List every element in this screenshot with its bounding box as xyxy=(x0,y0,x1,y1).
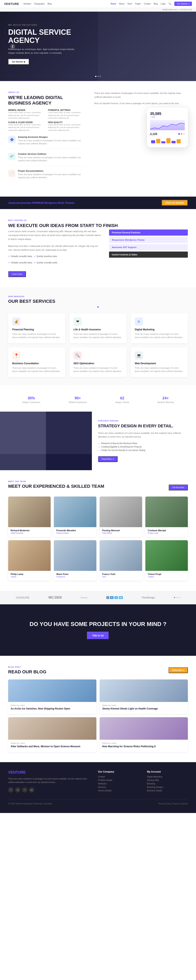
team-card-franco: Franco Tosh CEO xyxy=(100,540,142,581)
footer-bottom: © 2023 Venture Wordpress Theme By Joomle… xyxy=(8,799,188,805)
stats-section: 30% Happy Customers 90+ Skilled Employee… xyxy=(0,385,196,412)
blog-date-3: Written by: Admin xyxy=(11,742,94,744)
footer-link-services[interactable]: Services xyxy=(98,786,139,788)
social-linkedin[interactable]: in xyxy=(15,787,21,792)
nav-link-blog[interactable]: Blog xyxy=(48,3,52,5)
clients-dot-3[interactable] xyxy=(178,597,178,598)
phone-mockup: 35,585 ↑ 12% 2,125 xyxy=(147,108,188,147)
accordion-header-3[interactable]: Awesome 24/7 Support xyxy=(109,244,188,250)
accordion-item-1[interactable]: Premium General Particles xyxy=(109,229,188,235)
hero-dot-3[interactable] xyxy=(100,76,101,77)
accordion-item-3[interactable]: Awesome 24/7 Support xyxy=(109,244,188,250)
clients-dot-2[interactable] xyxy=(176,597,177,598)
service-item-designs: 🔷 Amazing Exclusive Designs There are ma… xyxy=(8,136,86,149)
accordion-header-4[interactable]: Useful Controls & Sides xyxy=(109,251,188,258)
services-section: OUR SERVICES OUR BEST SERVICES ★ 💰 Finan… xyxy=(0,287,196,385)
financial-icon: 💰 xyxy=(12,318,21,326)
service-card-business: 📍 Business Consultation There are many v… xyxy=(8,347,65,377)
service-card-web: 💻 Web Development There are many variati… xyxy=(131,347,188,377)
team-card-chiom: Chiom Propt Analyst xyxy=(145,540,188,581)
accordion-item-2[interactable]: Responsive Wordpress Theme xyxy=(109,237,188,243)
team-photo-ponting xyxy=(100,496,142,527)
business-icon: 📍 xyxy=(12,352,21,360)
navigation: VENTURE Variation Typography Blog Home A… xyxy=(0,0,196,12)
nav-menu-home[interactable]: Home xyxy=(110,3,116,5)
blog-header-text: BLOG POST READ OUR BLOG xyxy=(8,666,46,675)
footer-link-branding[interactable]: Branding xyxy=(147,783,188,785)
nav-menu-team[interactable]: Team xyxy=(127,3,132,5)
footer-link-business[interactable]: Business Details xyxy=(147,789,188,792)
footer-links-account: Digital Marketing Starting Offer Brandin… xyxy=(147,776,188,792)
nav-link-variation[interactable]: Variation xyxy=(23,3,31,5)
subscribe-button[interactable]: Subscribe ➜ xyxy=(169,667,188,673)
why-check2: Quickly transform idea xyxy=(34,255,57,258)
footer-logo: VENTURE xyxy=(8,770,90,775)
team-photo-chiom xyxy=(145,540,188,571)
search-icon[interactable]: 🔍 xyxy=(169,2,172,5)
svg-rect-3 xyxy=(161,141,166,143)
footer-link-branding-designs[interactable]: Branding Designs xyxy=(147,786,188,788)
nav-logo[interactable]: VENTURE Variation Typography Blog xyxy=(4,2,52,5)
svg-marker-0 xyxy=(150,123,185,130)
footer-link-attributes[interactable]: Attributes xyxy=(98,783,139,785)
cta-button[interactable]: Get Started ➜ xyxy=(174,2,192,6)
client-logo-plants: Planta xyxy=(81,597,88,599)
footer-link-service-details[interactable]: Service Details xyxy=(98,789,139,792)
blog-image-2 xyxy=(100,679,188,702)
social-twitter[interactable]: ✓ xyxy=(22,787,27,792)
footer-desc: There are many variations of passages of… xyxy=(8,777,90,784)
footer: VENTURE There are many variations of pas… xyxy=(0,762,196,813)
why-title: WE EXECUTE OUR IDEAS FROM START TO FINIS… xyxy=(8,223,188,228)
client-logo-mcden: MC⃝DEN xyxy=(49,596,62,600)
svg-rect-2 xyxy=(156,139,160,143)
blog-post-3[interactable]: Written by: Admin After Setbacks and Mor… xyxy=(8,717,96,752)
footer-link-digital[interactable]: Digital Marketing xyxy=(147,776,188,778)
blog-post-4[interactable]: Written by: Admin How Marching for Scien… xyxy=(100,717,188,752)
team-card-maris: Maris Poon Freelancer xyxy=(54,540,96,581)
nav-menu-pages[interactable]: Pages xyxy=(135,3,141,5)
hero-prev-arrow[interactable]: ❮ xyxy=(10,44,15,49)
hero-title: DIGITAL SERVICE AGENCY xyxy=(8,28,90,44)
strategy-label: STRATEGY DESIGN xyxy=(98,420,190,422)
nav-menu-blog[interactable]: Blog xyxy=(154,3,158,5)
nav-menu-login[interactable]: Login xyxy=(161,3,166,5)
footer-links-company: Contact Portfolio Details Attributes Ser… xyxy=(98,776,139,792)
client-logo-social: f in ✓ tw xyxy=(106,596,123,599)
blog-post-1[interactable]: Written by: Admin As Arctic Ice Vanishes… xyxy=(8,679,96,714)
social-twitter2[interactable]: tw xyxy=(29,787,34,792)
learn-more-button[interactable]: Learn more xyxy=(8,271,26,277)
hero-section: WE BUILD RELATIONS DIGITAL SERVICE AGENC… xyxy=(0,12,196,81)
clients-dot-1[interactable] xyxy=(174,597,175,598)
read-more-button[interactable]: Read More ➜ xyxy=(98,456,118,462)
nav-menu-contact[interactable]: Contact xyxy=(144,3,151,5)
cta-title: DO YOU HAVE SOME PROJECTS IN YOUR MIND ? xyxy=(8,620,188,628)
why-check1: Globally consultfy ideas xyxy=(8,255,32,258)
why-label: WHY CHOOSE US xyxy=(8,219,188,221)
hero-dot-2[interactable] xyxy=(97,76,99,77)
blog-post-2[interactable]: Written by: Admin Jimmy Kimmel Sheds Lig… xyxy=(100,679,188,714)
team-photo-richard xyxy=(8,496,51,527)
hero-dot-1[interactable] xyxy=(95,76,96,77)
clients-dot-4[interactable] xyxy=(180,597,180,598)
footer-brand: VENTURE There are many variations of pas… xyxy=(8,770,90,793)
accordion-header-1[interactable]: Premium General Particles xyxy=(109,229,188,235)
accordion-item-4[interactable]: Useful Controls & Sides xyxy=(109,251,188,258)
nav-link-typography[interactable]: Typography xyxy=(34,3,45,5)
footer-link-portfolio[interactable]: Portfolio Details xyxy=(98,779,139,781)
footer-link-starting[interactable]: Starting Offer xyxy=(147,779,188,781)
team-label: MEET THE TEAM xyxy=(8,480,104,482)
social-facebook[interactable]: f xyxy=(8,787,13,792)
cta-dark-section: DO YOU HAVE SOME PROJECTS IN YOUR MIND ?… xyxy=(0,605,196,656)
hero-cta-button[interactable]: Get Started ▶ xyxy=(8,59,29,65)
blog-date-1: Written by: Admin xyxy=(11,704,94,706)
get-team-button[interactable]: Get the team xyxy=(169,485,188,490)
leading-section: ABOUT US WE'RE LEADING DIGITAL BUSINESS … xyxy=(0,81,196,197)
service-card-digital: G Digital Marketing There are many varia… xyxy=(131,313,188,343)
accordion-header-2[interactable]: Responsive Wordpress Theme xyxy=(109,237,188,243)
banner-cta-button[interactable]: Check our portfolio xyxy=(162,200,188,206)
footer-link-contact[interactable]: Contact xyxy=(98,776,139,778)
cta-talk-button[interactable]: Talk to Us xyxy=(87,632,109,640)
nav-menu-about[interactable]: About xyxy=(119,3,124,5)
team-card-ponting: Ponting Monreal Chief Officer xyxy=(100,496,142,537)
team-card-proserdo: Proserdo Meredes Finance Expert xyxy=(54,496,96,537)
